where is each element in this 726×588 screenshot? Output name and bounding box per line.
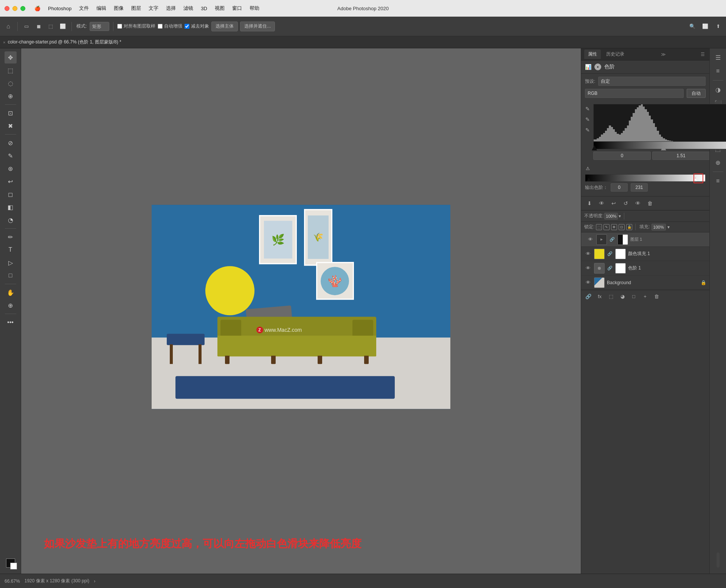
select-subject-button[interactable]: 选择主体 [211,22,238,31]
lock-artboard-button[interactable]: ⊡ [619,224,625,230]
delete-button[interactable]: 🗑 [645,199,655,208]
background-color[interactable] [10,563,17,569]
delete-layer-button[interactable]: 🗑 [652,292,661,301]
menu-help[interactable]: 帮助 [247,4,262,12]
dodge-tool[interactable]: ◔ [5,214,17,226]
layer-group-collapsed[interactable]: 👁 ▶ 🔗 图层 1 [581,232,709,247]
lock-position-button[interactable]: ✥ [611,224,617,230]
preset-select[interactable]: 自定 [598,77,706,86]
search-button[interactable]: 🔍 [687,22,697,31]
auto-button[interactable]: 自动 [687,89,706,98]
layer-eye-group[interactable]: 👁 [586,236,594,243]
menu-edit[interactable]: 编辑 [93,4,109,12]
menu-filter[interactable]: 滤镜 [180,4,196,12]
history-brush-tool[interactable]: ↩ [5,175,17,187]
select-and-mask-button[interactable]: 选择并遮住... [240,22,275,31]
clip-to-layer-button[interactable]: ⬇ [585,199,594,208]
tool-option-2[interactable]: ⬚ [46,22,56,31]
path-select-tool[interactable]: ▷ [5,257,17,269]
zoom-tool[interactable]: ⊕ [5,299,17,311]
mode-select[interactable]: 矩形 [90,22,109,31]
layer-eye-levels[interactable]: 👁 [584,265,592,272]
foreground-color[interactable] [6,559,15,568]
fill-input[interactable]: 100% [652,224,666,231]
opacity-input[interactable] [604,213,618,220]
layer-background[interactable]: 👁 Background 🔒 [581,275,709,290]
output-white-input[interactable] [631,183,648,192]
move-tool[interactable]: ✥ [5,51,17,63]
fill-dropdown-icon[interactable]: ▾ [667,224,670,230]
info-arrow[interactable]: › [94,579,95,584]
layer-eye-colorfill[interactable]: 👁 [584,250,592,258]
layer-eye-background[interactable]: 👁 [584,279,592,286]
more-tools-button[interactable]: ••• [5,316,17,328]
panel-options-button[interactable]: ☰ [699,51,706,58]
hand-tool[interactable]: ✋ [5,286,17,299]
arrange-button[interactable]: ⬜ [700,22,710,31]
menu-layer[interactable]: 图层 [128,4,144,12]
libraries-button[interactable]: ☰ [712,51,724,63]
tab-history[interactable]: 历史记录 [602,50,628,59]
layer-mask-button[interactable]: ⬚ [607,292,615,301]
black-point-eyedropper[interactable]: ✎ [583,105,592,113]
spot-heal-tool[interactable]: ⊘ [5,137,17,149]
visibility2-button[interactable]: 👁 [633,199,642,208]
lock-all-button[interactable]: 🔒 [626,224,632,230]
panel-menu-button[interactable]: ≫ [660,51,667,58]
output-black-input[interactable] [611,183,628,192]
output-level-slider[interactable] [585,174,706,182]
checkbox-subtract-subject[interactable]: 减去对象 [185,23,209,29]
shape-tool[interactable]: □ [5,269,17,282]
opacity-dropdown-icon[interactable]: ▾ [619,214,621,219]
text-tool[interactable]: T [5,244,17,256]
menu-select[interactable]: 选择 [163,4,179,12]
menu-image[interactable]: 图像 [111,4,127,12]
menu-photoshop[interactable]: Photoshop [45,5,74,12]
new-layer-button[interactable]: + [641,292,649,301]
gradient-tool[interactable]: ◧ [5,201,17,213]
quick-select-tool[interactable]: ⊕ [5,90,17,102]
mid-level-input[interactable] [652,152,710,160]
tab-properties[interactable]: 属性 [584,50,601,59]
pen-tool[interactable]: ✏ [5,231,17,243]
checkbox-auto-enhance[interactable]: 自动增强 [158,23,182,29]
black-level-input[interactable] [593,152,651,160]
reset-button[interactable]: ↺ [621,199,630,208]
fr-button-6[interactable]: ⊕ [712,156,724,169]
selection-tool[interactable]: ⬚ [5,64,17,76]
export-button[interactable]: ⬆ [713,22,723,31]
tab-close-button[interactable]: × [3,40,5,45]
apple-menu[interactable]: 🍎 [31,5,43,12]
eraser-tool[interactable]: ◻ [5,188,17,200]
minimize-button[interactable] [12,6,17,11]
properties-button[interactable]: ≡ [712,65,724,77]
home-button[interactable]: ⌂ [3,21,14,32]
fullscreen-button[interactable] [20,6,25,11]
layer-group-button[interactable]: □ [630,292,638,301]
layer-fill-button[interactable]: ◕ [618,292,627,301]
scroll-thumb[interactable] [717,552,720,568]
menu-view[interactable]: 视图 [212,4,228,12]
eyedropper-tool[interactable]: ✖ [5,120,17,132]
layer-fx-button[interactable]: fx [596,292,604,301]
channel-select[interactable]: RGB [585,89,684,98]
lock-transparent-button[interactable]: ⬚ [596,224,602,230]
checkbox-all-layers[interactable]: 对所有图层取样 [117,23,155,29]
layer-levels[interactable]: 👁 🔗 色阶 1 [581,261,709,275]
crop-tool[interactable]: ⊡ [5,107,17,119]
layer-link-button[interactable]: 🔗 [584,292,593,301]
close-button[interactable] [5,6,9,11]
color-button[interactable]: ◑ [712,84,724,96]
menu-3d[interactable]: 3D [198,5,210,12]
tool-option-3[interactable]: ⬜ [58,22,68,31]
lasso-tool[interactable]: ◌ [5,77,17,89]
gray-point-eyedropper[interactable]: ✎ [583,115,592,124]
visibility-button[interactable]: 👁 [597,199,606,208]
clone-tool[interactable]: ⊛ [5,162,17,175]
lock-pixels-button[interactable]: ✎ [603,224,610,230]
selection-tool-button[interactable]: ▭ [22,22,31,31]
layer-color-fill[interactable]: 👁 🔗 颜色填充 1 [581,247,709,261]
brush-tool[interactable]: ✎ [5,150,17,162]
menu-window[interactable]: 窗口 [229,4,245,12]
white-point-eyedropper[interactable]: ✎ [583,126,592,134]
